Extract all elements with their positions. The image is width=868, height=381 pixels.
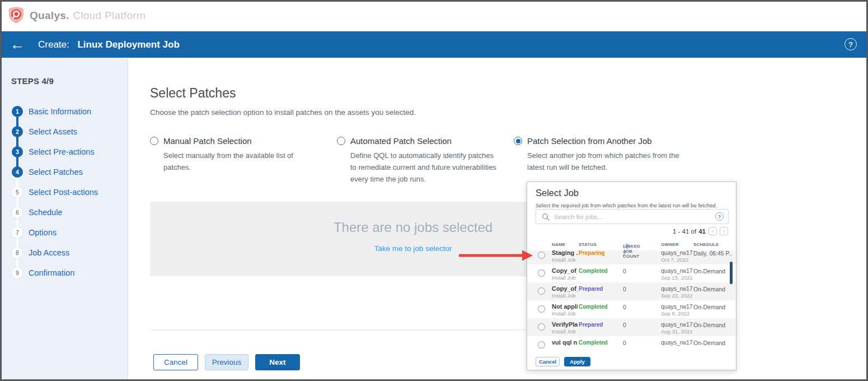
job-status: Completed [579,340,608,346]
dialog-scrollbar-thumb[interactable] [730,262,733,284]
patch-option-description: Select manually from the available list … [163,150,320,174]
job-owner: quays_rw17 [661,267,693,274]
job-type: Install Job [552,257,576,263]
dialog-title: Select Job [536,188,579,198]
linked-job-count: 0 [623,322,626,328]
sidebar-step-item[interactable]: 8 Job Access [0,243,128,263]
job-date: Sep 23, 2022 [661,275,693,281]
column-status[interactable]: STATUS [579,242,597,247]
column-schedule[interactable]: SCHEDULE [693,242,719,247]
patch-option-label: Manual Patch Selection [163,136,252,146]
step-number-badge: 1 [12,106,23,117]
job-schedule: On-Demand [693,304,733,310]
help-icon[interactable]: ? [844,38,857,50]
row-radio-icon[interactable] [538,305,545,313]
linked-job-count: 0 [623,304,626,310]
job-schedule: On-Demand [693,286,733,292]
page-title: Select Patches [150,86,236,101]
row-radio-icon[interactable] [538,270,545,277]
step-number-badge: 6 [12,207,23,218]
job-owner: quays_rw17 [661,321,693,328]
dialog-subtitle: Select the required job from which patch… [536,202,717,208]
step-label: Select Post-actions [29,188,98,197]
sidebar-step-item[interactable]: 5 Select Post-actions [0,182,128,202]
step-label: Select Assets [29,127,77,136]
sidebar-step-item[interactable]: 7 Options [0,222,128,243]
job-table-row[interactable]: Not appli... Install Job Completed 0 qua… [527,300,736,318]
radio-button-icon[interactable] [150,137,158,145]
step-number-badge: 7 [12,227,23,238]
job-table-rows: Staging ... Install Job Preparing 2 quay… [527,250,736,354]
step-label: Select Patches [29,168,83,176]
cancel-button[interactable]: Cancel [153,354,198,370]
job-table-row[interactable]: vul qql n... Completed 0 quays_rw17 On-D… [527,336,736,354]
search-icon [542,213,550,221]
step-number-badge: 9 [12,267,23,278]
patch-option: Patch Selection from Another Job Select … [514,136,715,185]
search-input[interactable] [554,213,715,220]
job-date: Aug 31, 2022 [661,328,693,334]
info-icon[interactable]: i [625,244,630,249]
column-name[interactable]: NAME [552,242,565,247]
job-name: Staging ... [552,250,578,256]
dialog-footer: Cancel Apply [536,357,590,366]
wizard-titlebar: ← Create: Linux Deployment Job ? [0,31,868,58]
job-selector-link[interactable]: Take me to job selector [374,244,452,253]
qualys-logo-icon [8,6,25,25]
patch-option-radio-row[interactable]: Manual Patch Selection [150,136,337,146]
job-name: VerifyPla... [552,321,578,328]
brand-name: Qualys. [30,10,69,21]
job-schedule: On-Demand [693,340,733,346]
main-content: Select Patches Choose the patch selectio… [128,58,868,381]
radio-button-icon[interactable] [337,137,345,145]
back-arrow-icon[interactable]: ← [10,37,25,52]
prev-page-icon[interactable]: ‹ [709,227,717,235]
linked-job-count: 0 [623,268,626,275]
job-schedule: On-Demand [693,322,733,328]
sidebar-step-item[interactable]: 9 Confirmation [0,263,128,283]
linked-job-count: 0 [623,286,626,292]
select-job-dialog: Select Job Select the required job from … [527,182,736,370]
job-name: vul qql n... [552,339,578,346]
patch-option-description: Define QQL to automatically identify pat… [350,150,497,185]
steps-list: 1 Basic Information 2 Select Assets 3 Se… [0,101,128,283]
job-schedule: On-Demand [693,268,733,275]
step-label: Job Access [29,248,69,257]
job-owner: quays_rw17 [661,339,693,346]
job-table-row[interactable]: Copy_of_... Install Job Prepared 0 quays… [527,282,736,300]
job-type: Install Job [552,275,576,281]
job-status: Prepared [579,286,603,292]
dialog-apply-button[interactable]: Apply [564,357,590,366]
patch-option-description: Select another job from which patches fr… [527,150,698,174]
titlebar-title: Linux Deployment Job [77,39,179,50]
search-help-icon[interactable]: ? [715,212,724,221]
job-name: Copy_of_... [552,285,578,292]
column-owner[interactable]: OWNER [661,242,679,247]
patch-option: Manual Patch Selection Select manually f… [150,136,337,185]
job-owner: quays_rw17 [661,250,693,256]
next-page-icon[interactable]: › [720,227,728,235]
patch-option-radio-row[interactable]: Patch Selection from Another Job [514,136,715,146]
row-radio-icon[interactable] [538,323,545,331]
top-header: Qualys. Cloud Platform [0,0,868,31]
job-type: Install Job [552,310,576,317]
patch-option-radio-row[interactable]: Automated Patch Selection [337,136,514,146]
radio-button-icon[interactable] [514,137,522,145]
step-label: Select Pre-actions [29,147,95,156]
job-table-row[interactable]: Copy_of_... Install Job Completed 0 quay… [527,264,736,282]
job-table-row[interactable]: VerifyPla... Install Job Prepared 0 quay… [527,318,736,336]
row-radio-icon[interactable] [538,252,545,259]
sidebar-step-item[interactable]: 4 Select Patches [0,162,128,182]
row-radio-icon[interactable] [538,341,545,349]
sidebar-step-item[interactable]: 2 Select Assets [0,122,128,142]
sidebar-step-item[interactable]: 3 Select Pre-actions [0,142,128,162]
job-table-header: NAME STATUS LINKED JOB COUNTi OWNER SCHE… [527,240,736,250]
sidebar-step-item[interactable]: 1 Basic Information [0,101,128,122]
next-button[interactable]: Next [255,354,300,370]
step-label: Confirmation [29,268,74,277]
step-number-badge: 8 [12,247,23,258]
previous-button[interactable]: Previous [205,354,248,370]
sidebar-step-item[interactable]: 6 Schedule [0,202,128,222]
dialog-cancel-button[interactable]: Cancel [536,357,560,366]
row-radio-icon[interactable] [538,287,545,295]
